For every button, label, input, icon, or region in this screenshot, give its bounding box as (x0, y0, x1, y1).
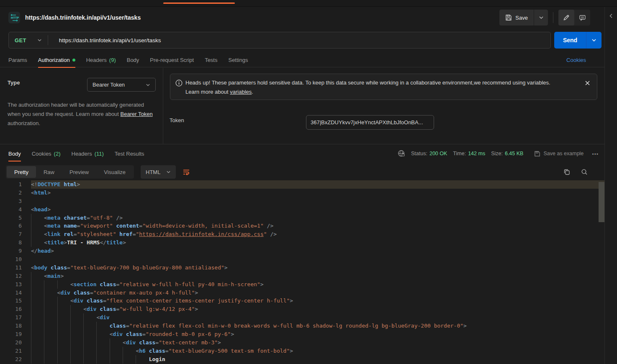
view-pretty[interactable]: Pretty (7, 166, 36, 178)
globe-lock-icon[interactable] (398, 150, 405, 157)
status-indicator: Status:200 OK (411, 151, 447, 156)
code-line-19: 19<div class="rounded-t mb-0 px-6 py-6"> (0, 330, 604, 338)
chevron-down-icon (591, 38, 596, 42)
view-preview[interactable]: Preview (62, 166, 96, 178)
response-view-switcher: Pretty Raw Preview Visualize (6, 165, 134, 179)
tab-pre-request-script[interactable]: Pre-request Script (150, 53, 194, 67)
method-select[interactable]: GET (9, 37, 48, 44)
auth-description: The authorization header will be automat… (8, 100, 157, 128)
floppy-icon (505, 14, 512, 21)
auth-type-value: Bearer Token (93, 82, 125, 88)
code-line-10: 10 (0, 255, 604, 264)
wrap-text-icon (183, 169, 190, 175)
chevron-down-icon (146, 83, 150, 87)
tab-strip (0, 0, 617, 7)
edit-button[interactable] (558, 10, 574, 26)
search-response-button[interactable] (581, 169, 588, 175)
comments-button[interactable] (574, 10, 590, 26)
banner-text: Heads up! These parameters hold sensitiv… (185, 78, 583, 97)
tab-body[interactable]: Body (127, 53, 139, 67)
tab-response-headers[interactable]: Headers(11) (72, 146, 104, 161)
variables-link[interactable]: variables (230, 89, 252, 95)
wrap-text-button[interactable] (183, 169, 190, 175)
code-scrollbar[interactable] (599, 182, 604, 222)
title-icon-group (558, 10, 590, 26)
token-input[interactable] (306, 115, 434, 130)
response-meta: Status:200 OK Time:142 ms Size:6.45 KB S… (398, 150, 599, 157)
code-line-21: 21<h6 class="text-blueGray-500 text-sm f… (0, 347, 604, 355)
type-label: Type (8, 79, 20, 86)
view-visualize[interactable]: Visualize (96, 166, 133, 178)
format-select[interactable]: HTML (141, 165, 176, 179)
code-line-6: 6<meta name="viewport" content="width=de… (0, 222, 604, 230)
save-button-group: Save (499, 10, 548, 26)
tab-response-cookies[interactable]: Cookies(2) (32, 146, 61, 161)
save-as-example-button[interactable]: Save as example (534, 151, 584, 157)
tab-authorization[interactable]: Authorization (38, 53, 75, 67)
more-options-button[interactable]: ●●● (592, 152, 599, 155)
postman-window: HTTP https://dash.triinfotek.in/api/v1/u… (0, 0, 617, 364)
send-options-button[interactable] (586, 32, 602, 49)
http-method-icon: HTTP (8, 12, 20, 23)
request-builder: GET Send (8, 32, 602, 49)
code-line-8: 8<title>TRI - HRMS</title> (0, 238, 604, 247)
svg-text:HTTP: HTTP (11, 16, 19, 20)
url-box: GET (8, 32, 551, 49)
code-line-18: 18class="relative flex flex-col min-w-0 … (0, 322, 604, 330)
code-line-9: 9</head> (0, 247, 604, 255)
status-value: 200 OK (429, 151, 447, 156)
tab-params[interactable]: Params (8, 53, 27, 67)
save-button[interactable]: Save (499, 10, 534, 26)
code-line-12: 12<main> (0, 272, 604, 280)
save-options-button[interactable] (534, 10, 548, 26)
active-tab-indicator (163, 3, 235, 4)
time-indicator: Time:142 ms (453, 151, 485, 156)
auth-type-panel: Type Bearer Token The authorization head… (0, 68, 163, 144)
size-value: 6.45 KB (505, 151, 523, 156)
code-line-1: 1<!DOCTYPE html> (0, 180, 604, 189)
headers-count: (9) (109, 57, 116, 63)
right-sidebar-rail (604, 7, 617, 364)
code-line-7: 7<link rel="stylesheet" href="https://da… (0, 230, 604, 238)
view-raw[interactable]: Raw (36, 166, 62, 178)
bearer-token-link[interactable]: Bearer Token (121, 111, 153, 117)
send-button[interactable]: Send (554, 32, 586, 49)
comment-icon (579, 14, 586, 21)
url-input[interactable] (48, 37, 550, 44)
code-line-20: 20<div class="text-center mb-3"> (0, 338, 604, 347)
code-line-13: 13<section class="relative w-full h-full… (0, 280, 604, 289)
chevron-left-icon (608, 13, 614, 19)
response-toolbar: Pretty Raw Preview Visualize HTML (0, 164, 604, 180)
close-icon (585, 80, 590, 86)
tab-settings[interactable]: Settings (228, 53, 248, 67)
code-line-4: 4<head> (0, 205, 604, 214)
collapse-panel-button[interactable] (608, 13, 614, 19)
code-line-14: 14<div class="container mx-auto px-4 h-f… (0, 289, 604, 297)
auth-type-select[interactable]: Bearer Token (87, 78, 156, 92)
cookies-link[interactable]: Cookies (566, 57, 586, 63)
method-value: GET (15, 37, 26, 44)
code-line-17: 17<div (0, 313, 604, 322)
chevron-down-icon (166, 170, 171, 174)
tab-headers[interactable]: Headers(9) (86, 53, 116, 67)
time-value: 142 ms (468, 151, 485, 156)
format-value: HTML (146, 169, 160, 175)
response-body-editor[interactable]: 1<!DOCTYPE html>2<html>34<head>5<meta ch… (0, 180, 604, 364)
code-line-5: 5<meta charset="utf-8" /> (0, 214, 604, 222)
size-indicator: Size:6.45 KB (491, 151, 523, 156)
save-label: Save (515, 15, 528, 21)
banner-close-button[interactable] (583, 78, 592, 87)
title-bar-divider (553, 12, 553, 23)
tab-response-body[interactable]: Body (8, 146, 21, 161)
code-line-3: 3 (0, 197, 604, 205)
active-tab-underline (8, 161, 21, 161)
search-icon (581, 169, 588, 175)
copy-icon (563, 169, 570, 175)
tab-test-results[interactable]: Test Results (115, 146, 144, 161)
auth-configured-dot (72, 59, 75, 62)
tab-tests[interactable]: Tests (205, 53, 217, 67)
copy-response-button[interactable] (563, 169, 570, 175)
code-line-11: 11<body class="text-blueGray-700 bg-blue… (0, 264, 604, 272)
chevron-down-icon (539, 16, 544, 19)
authorization-panel: Type Bearer Token The authorization head… (0, 68, 604, 144)
